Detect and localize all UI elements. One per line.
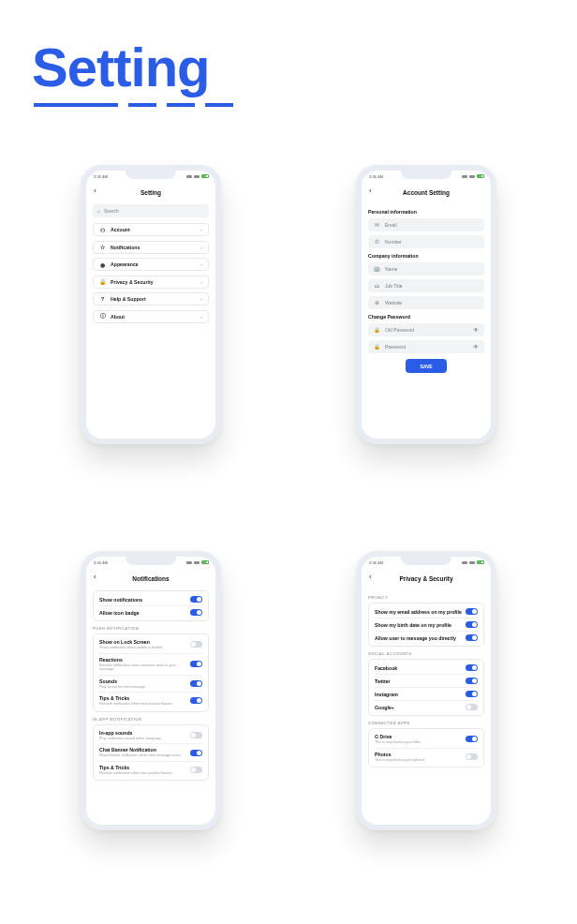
phone-mockup-privacy: 2:36 AM ‹ Privacy & Security PRIVACY Sho… — [356, 551, 496, 830]
toggle-row-g-drive: G DriveThis is may backup your files — [375, 731, 478, 749]
toggle-row-instagram: Instagram — [375, 688, 478, 701]
input-placeholder: Name — [385, 266, 397, 272]
toggle-switch[interactable] — [190, 661, 202, 667]
toggle-subtitle: Receive notification when someone react … — [99, 663, 190, 672]
toggle-row-allow-user-to-message-you-directly: Allow user to message you directly — [375, 632, 478, 644]
toggle-switch[interactable] — [466, 736, 478, 742]
toggle-switch[interactable] — [190, 697, 202, 704]
input-placeholder: Email — [385, 222, 397, 228]
section-social: SOCIAL ACCOUNTS — [368, 651, 484, 656]
input-job-title[interactable]: 🗂Job Title — [368, 279, 484, 292]
toggle-title: Reactions — [99, 657, 190, 663]
chevron-right-icon: › — [200, 279, 202, 285]
save-button[interactable]: SAVE — [406, 359, 447, 373]
section-personal: Personal information — [368, 209, 484, 215]
input-placeholder: Password — [385, 344, 406, 350]
toggle-switch[interactable] — [190, 680, 202, 687]
menu-item-label: Account — [111, 227, 130, 232]
back-icon[interactable]: ‹ — [369, 573, 372, 581]
back-icon[interactable]: ‹ — [369, 186, 372, 195]
toggle-switch[interactable] — [466, 691, 478, 697]
eye-icon[interactable]: 👁 — [473, 344, 479, 350]
toggle-switch[interactable] — [466, 704, 478, 710]
search-icon: ⌕ — [97, 208, 100, 214]
toggle-switch[interactable] — [466, 621, 478, 628]
toggle-row-sounds: SoundsPlay sound for new message — [99, 676, 202, 693]
toggle-switch[interactable] — [466, 664, 478, 671]
email-icon: ✉ — [374, 222, 380, 228]
menu-item-help-support[interactable]: ?Help & Support› — [93, 292, 209, 306]
toggle-subtitle: Receive notification when new product fe… — [99, 702, 172, 707]
search-input[interactable]: ⌕ Search — [93, 204, 209, 217]
section-privacy: PRIVACY — [368, 595, 484, 600]
phone-mockup-notifications: 2:36 AM ‹ Notifications Show notificatio… — [81, 551, 221, 830]
toggle-title: Chat Banner Notification — [99, 747, 181, 753]
toggle-title: In-app sounds — [99, 730, 161, 736]
toggle-title: Facebook — [375, 665, 397, 671]
phone-mockup-settings: 2:36 AM ‹ Setting ⌕ Search ⚇Account›☆Not… — [81, 165, 221, 444]
toggle-row-reactions: ReactionsReceive notification when someo… — [99, 654, 202, 676]
toggle-switch[interactable] — [190, 767, 202, 773]
chevron-right-icon: › — [200, 296, 202, 302]
input-password[interactable]: 🔒Password👁 — [368, 340, 484, 353]
menu-item-notifications[interactable]: ☆Notifications› — [93, 241, 209, 254]
about-icon: ⓘ — [99, 312, 106, 320]
back-icon[interactable]: ‹ — [94, 573, 96, 581]
status-time: 2:36 AM — [369, 560, 383, 565]
chevron-right-icon: › — [200, 261, 202, 267]
menu-item-label: Notifications — [111, 245, 140, 250]
toggle-switch[interactable] — [190, 732, 202, 738]
toggle-subtitle: This is may backup your files — [375, 740, 421, 745]
toggle-title: Show my birth date on my profile — [375, 622, 451, 628]
input-number[interactable]: ✆Number — [368, 235, 484, 248]
back-icon[interactable]: ‹ — [94, 186, 96, 195]
toggle-switch[interactable] — [190, 609, 202, 616]
toggle-subtitle: Play sound for new message — [99, 685, 145, 690]
screen-title: Account Setting — [403, 189, 450, 196]
section-apps: CONNECTED APPS — [368, 721, 484, 725]
input-placeholder: Job Title — [385, 283, 403, 289]
toggle-title: Show my email address on my profile — [375, 609, 462, 615]
toggle-subtitle: Play notification sound when using app — [99, 737, 161, 741]
title-underline — [34, 103, 249, 107]
toggle-title: Allow icon badge — [99, 610, 140, 616]
input-website[interactable]: ⊕Website — [368, 296, 484, 309]
toggle-switch[interactable] — [190, 596, 202, 603]
toggle-switch[interactable] — [190, 750, 202, 756]
toggle-title: Instagram — [375, 692, 398, 697]
toggle-switch[interactable] — [466, 634, 478, 641]
phone-icon: ✆ — [374, 239, 380, 245]
input-old-password[interactable]: 🔒Old Password👁 — [368, 323, 484, 336]
toggle-row-show-on-lock-screen: Show on Lock ScreenShow notification whe… — [99, 636, 202, 654]
toggle-switch[interactable] — [466, 678, 478, 684]
menu-item-privacy-security[interactable]: 🔒Privacy & Security› — [93, 276, 209, 289]
toggle-title: Twitter — [375, 678, 391, 684]
chevron-right-icon: › — [200, 227, 202, 232]
toggle-switch[interactable] — [466, 753, 478, 760]
toggle-switch[interactable] — [466, 608, 478, 615]
account-icon: ⚇ — [99, 227, 106, 233]
toggle-row-tips-tricks: Tips & TricksReceive notification when n… — [99, 693, 202, 709]
toggle-title: Photos — [375, 752, 424, 757]
menu-item-label: Help & Support — [111, 296, 146, 302]
toggle-title: Sounds — [99, 678, 145, 684]
input-email[interactable]: ✉Email — [368, 218, 484, 231]
menu-item-account[interactable]: ⚇Account› — [93, 223, 209, 236]
section-company: Company information — [368, 253, 484, 259]
screen-title: Privacy & Security — [399, 575, 452, 582]
menu-item-label: Privacy & Security — [111, 279, 154, 285]
input-name[interactable]: 🏢Name — [368, 262, 484, 276]
toggle-title: Tips & Tricks — [99, 765, 172, 770]
toggle-row-show-my-birth-date-on-my-profile: Show my birth date on my profile — [375, 618, 478, 632]
menu-item-appearance[interactable]: ◉Appearance› — [93, 258, 209, 271]
toggle-switch[interactable] — [190, 641, 202, 648]
menu-item-about[interactable]: ⓘAbout› — [93, 310, 209, 323]
input-placeholder: Number — [385, 239, 402, 245]
lock-icon: 🔒 — [374, 344, 380, 350]
appearance-icon: ◉ — [99, 261, 106, 268]
eye-icon[interactable]: 👁 — [473, 327, 479, 333]
toggle-title: Show on Lock Screen — [99, 639, 162, 645]
chevron-right-icon: › — [200, 314, 202, 320]
status-time: 2:36 AM — [369, 174, 383, 179]
toggle-row-google-: Google+ — [375, 701, 478, 713]
